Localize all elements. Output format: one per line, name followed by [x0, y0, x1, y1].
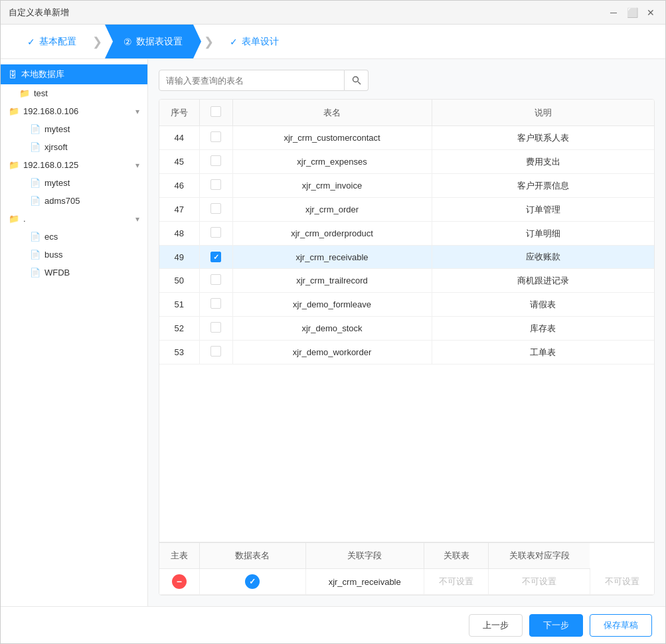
search-input[interactable] — [159, 70, 345, 91]
remove-relation-button[interactable]: − — [172, 574, 187, 589]
cell-check[interactable] — [199, 150, 232, 174]
cell-desc: 订单管理 — [432, 198, 654, 222]
sidebar-item-local-db[interactable]: 🗄 本地数据库 — [1, 64, 147, 84]
rel-cell-name: xjr_crm_receivable — [305, 569, 424, 595]
svg-line-1 — [358, 82, 361, 84]
window-controls: ─ ⬜ ✕ — [607, 6, 657, 19]
sidebar-item-xjrsoft[interactable]: 📄 xjrsoft — [1, 138, 147, 156]
cell-desc: 工单表 — [432, 341, 654, 364]
rel-cell-linkfield: 不可设置 — [424, 569, 489, 595]
sidebar-item-adms705[interactable]: 📄 adms705 — [1, 192, 147, 210]
table-row: 52 xjr_demo_stock 库存表 — [159, 317, 654, 341]
table-row: 46 xjr_crm_invoice 客户开票信息 — [159, 174, 654, 198]
table-row: 48 xjr_crm_orderproduct 订单明细 — [159, 222, 654, 246]
chevron-down-icon-dot: ▾ — [135, 214, 139, 224]
cell-check[interactable] — [199, 293, 232, 317]
th-check — [199, 100, 232, 126]
cell-check[interactable] — [199, 246, 232, 269]
rel-cell-main: ✓ — [199, 569, 305, 595]
folder-icon-ip1: 📁 — [9, 106, 19, 116]
row-checkbox-44[interactable] — [210, 131, 221, 142]
file-icon-xjrsoft: 📄 — [30, 142, 41, 152]
sidebar-item-ecs[interactable]: 📄 ecs — [1, 228, 147, 246]
minimize-button[interactable]: ─ — [607, 6, 620, 19]
th-name: 表名 — [232, 100, 432, 126]
table-row: 53 xjr_demo_workorder 工单表 — [159, 341, 654, 364]
folder-icon-dot: 📁 — [9, 214, 19, 224]
row-checkbox-47[interactable] — [210, 203, 221, 214]
sidebar-label-xjrsoft: xjrsoft — [44, 142, 139, 152]
file-icon-buss: 📄 — [30, 250, 41, 260]
row-checkbox-53[interactable] — [210, 346, 221, 357]
save-draft-button[interactable]: 保存草稿 — [590, 614, 652, 637]
folder-icon-ip2: 📁 — [9, 160, 19, 170]
cell-num: 48 — [159, 222, 199, 246]
relation-table-wrap: 主表 数据表名 关联字段 关联表 关联表对应字段 − ✓ xjr — [159, 542, 654, 595]
sidebar-item-ip1[interactable]: 📁 192.168.0.106 ▾ — [1, 102, 147, 120]
step-basic[interactable]: ✓ 基本配置 — [14, 25, 90, 58]
step-basic-icon: ✓ — [27, 37, 35, 47]
cell-num: 50 — [159, 269, 199, 293]
cell-name: xjr_crm_receivable — [232, 246, 432, 269]
maximize-button[interactable]: ⬜ — [625, 6, 639, 19]
step-data-label: 数据表设置 — [136, 36, 183, 48]
sidebar-item-wfdb[interactable]: 📄 WFDB — [1, 264, 147, 282]
prev-button[interactable]: 上一步 — [469, 614, 523, 637]
rth-main: 主表 — [159, 543, 199, 569]
sidebar-item-mytest1[interactable]: 📄 mytest — [1, 120, 147, 138]
scrollable-table[interactable]: 序号 表名 说明 44 xjr_crm_custom — [159, 100, 654, 542]
select-all-checkbox[interactable] — [210, 106, 221, 117]
step-form[interactable]: ✓ 表单设计 — [216, 25, 292, 58]
cell-desc: 客户联系人表 — [432, 126, 654, 150]
cell-desc: 请假表 — [432, 293, 654, 317]
cell-check[interactable] — [199, 222, 232, 246]
cell-check[interactable] — [199, 341, 232, 364]
sidebar-item-mytest2[interactable]: 📄 mytest — [1, 174, 147, 192]
title-bar: 自定义表单新增 ─ ⬜ ✕ — [1, 1, 665, 25]
next-button[interactable]: 下一步 — [529, 614, 583, 637]
cell-num: 44 — [159, 126, 199, 150]
close-button[interactable]: ✕ — [644, 6, 657, 19]
cell-check[interactable] — [199, 126, 232, 150]
cell-name: xjr_demo_workorder — [232, 341, 432, 364]
sidebar-item-ip2[interactable]: 📁 192.168.0.125 ▾ — [1, 156, 147, 174]
db-icon: 🗄 — [9, 70, 17, 80]
row-checkbox-50[interactable] — [210, 274, 221, 285]
file-icon-test: 📁 — [19, 88, 30, 98]
search-bar — [159, 70, 655, 91]
table-row: 49 xjr_crm_receivable 应收账款 — [159, 246, 654, 269]
rth-linkfield: 关联字段 — [305, 543, 424, 569]
row-checkbox-49[interactable] — [210, 252, 221, 262]
search-button[interactable] — [345, 70, 369, 91]
relation-row: − ✓ xjr_crm_receivable 不可设置 不可设置 不可设置 — [159, 569, 654, 595]
sidebar-item-dot[interactable]: 📁 . ▾ — [1, 210, 147, 228]
cell-check[interactable] — [199, 198, 232, 222]
cell-check[interactable] — [199, 174, 232, 198]
relation-header-row: 主表 数据表名 关联字段 关联表 关联表对应字段 — [159, 543, 654, 569]
window-title: 自定义表单新增 — [9, 7, 69, 19]
rel-cell-minus[interactable]: − — [159, 569, 199, 595]
table-body: 44 xjr_crm_customercontact 客户联系人表 45 xjr… — [159, 126, 654, 364]
table-row: 47 xjr_crm_order 订单管理 — [159, 198, 654, 222]
step-form-icon: ✓ — [230, 37, 238, 47]
sidebar-label-ecs: ecs — [44, 232, 139, 242]
cell-check[interactable] — [199, 317, 232, 341]
sidebar-label-dot: . — [23, 214, 135, 224]
row-checkbox-48[interactable] — [210, 227, 221, 238]
file-icon-ecs: 📄 — [30, 232, 41, 242]
cell-desc: 商机跟进记录 — [432, 269, 654, 293]
row-checkbox-45[interactable] — [210, 155, 221, 166]
relation-body: − ✓ xjr_crm_receivable 不可设置 不可设置 不可设置 — [159, 569, 654, 595]
sidebar-label-wfdb: WFDB — [44, 268, 139, 278]
row-checkbox-52[interactable] — [210, 322, 221, 333]
row-checkbox-46[interactable] — [210, 179, 221, 190]
cell-check[interactable] — [199, 269, 232, 293]
cell-desc: 费用支出 — [432, 150, 654, 174]
chevron-down-icon-ip2: ▾ — [135, 161, 139, 170]
row-checkbox-51[interactable] — [210, 298, 221, 309]
step-data[interactable]: ② 数据表设置 — [105, 25, 201, 58]
sidebar-label-test: test — [34, 88, 139, 98]
sidebar-item-test[interactable]: 📁 test — [1, 84, 147, 102]
sidebar-label-mytest2: mytest — [44, 178, 139, 188]
sidebar-item-buss[interactable]: 📄 buss — [1, 246, 147, 264]
